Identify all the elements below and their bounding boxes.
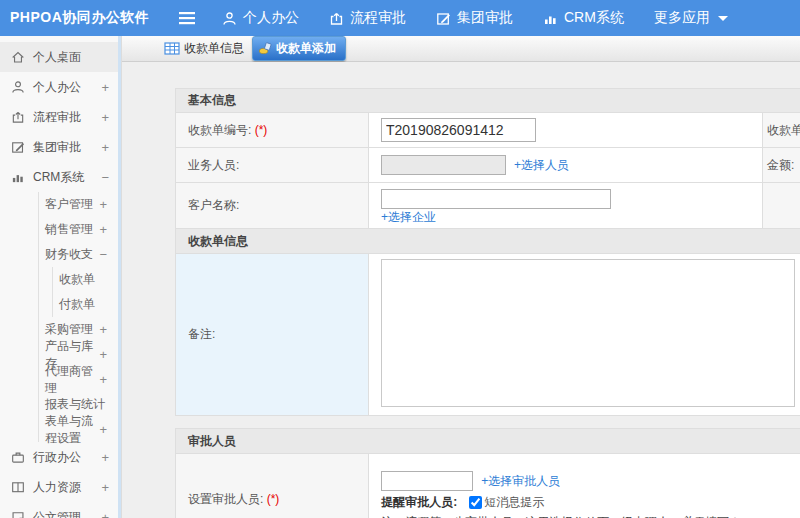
sales-person-input[interactable]	[381, 155, 506, 175]
flow-approval-icon	[11, 110, 25, 124]
nav-personal-office[interactable]: 个人办公	[222, 9, 299, 27]
nav-label: 更多应用	[654, 9, 710, 27]
top-bar: PHPOA协同办公软件 个人办公 流程审批 集团审批 CRM系统 更多应用	[0, 0, 800, 36]
expand-indicator[interactable]: +	[99, 372, 107, 387]
document-icon	[11, 510, 25, 518]
expand-indicator[interactable]: +	[99, 322, 107, 337]
caret-down-icon	[718, 16, 728, 21]
remind-approver-label: 提醒审批人员:	[381, 494, 457, 511]
nav-label: 流程审批	[350, 9, 406, 27]
sms-remind-checkbox[interactable]	[469, 496, 482, 509]
sidebar-item-form-flow-settings[interactable]: 表单与流程设置 +	[39, 417, 121, 442]
nav-label: 集团审批	[457, 9, 513, 27]
remark-label: 备注:	[176, 254, 369, 416]
nav-label: 个人办公	[243, 9, 299, 27]
expand-indicator[interactable]: +	[101, 510, 109, 518]
empty-cell	[763, 183, 800, 229]
sidebar-item-label: 收款单	[59, 271, 95, 288]
sidebar: 个人桌面 个人办公 + 流程审批 + 集团审批 + CRM系统 − 客户管理 +…	[0, 36, 122, 518]
sidebar-item-hr[interactable]: 人力资源 +	[0, 472, 121, 502]
briefcase-icon	[11, 450, 25, 464]
receipt-form-table: 基本信息 收款单编号: (*) 收款单日期: 业务人员: +选择人员 金额: 客	[175, 88, 800, 416]
sidebar-item-label: 代理商管理	[45, 363, 99, 397]
receipt-no-label: 收款单编号: (*)	[176, 113, 369, 148]
sidebar-item-desktop[interactable]: 个人桌面	[0, 42, 121, 72]
tab-bar: 收款单信息 收款单添加	[122, 36, 800, 62]
nav-more-apps[interactable]: 更多应用	[654, 9, 728, 27]
top-nav: 个人办公 流程审批 集团审批 CRM系统 更多应用	[222, 9, 758, 27]
section-header-approver: 审批人员	[176, 429, 800, 454]
set-approver-cell: +选择审批人员 提醒审批人员: 短消息提示 注：流程第一步审批人员，这里选择你的…	[369, 454, 800, 518]
expand-indicator[interactable]: +	[101, 450, 109, 465]
sidebar-item-label: 表单与流程设置	[45, 413, 99, 447]
bar-chart-icon	[11, 170, 25, 184]
sidebar-item-group-approval[interactable]: 集团审批 +	[0, 132, 121, 162]
main-content: 基本信息 收款单编号: (*) 收款单日期: 业务人员: +选择人员 金额: 客	[122, 62, 800, 518]
collapse-indicator[interactable]: −	[101, 170, 109, 185]
approver-input[interactable]	[381, 471, 473, 491]
expand-indicator[interactable]: +	[99, 347, 107, 362]
bar-chart-icon	[543, 11, 558, 26]
expand-indicator[interactable]: +	[101, 110, 109, 125]
set-approver-label: 设置审批人员: (*)	[176, 454, 369, 518]
sidebar-item-label: 个人办公	[33, 79, 81, 96]
section-header-basic-info: 基本信息	[176, 89, 800, 113]
sidebar-item-label: 采购管理	[45, 321, 93, 338]
expand-indicator[interactable]: +	[99, 222, 107, 237]
amount-label: 金额:	[763, 148, 800, 183]
expand-indicator[interactable]: +	[99, 197, 107, 212]
sidebar-item-receipt[interactable]: 收款单	[53, 267, 121, 292]
sidebar-item-label: 销售管理	[45, 221, 93, 238]
receipt-no-cell	[369, 113, 763, 148]
tab-receipt-add-active[interactable]: 收款单添加	[252, 36, 346, 61]
sidebar-item-label: 行政办公	[33, 449, 81, 466]
tab-receipt-info[interactable]: 收款单信息	[164, 40, 244, 57]
sidebar-item-flow-approval[interactable]: 流程审批 +	[0, 102, 121, 132]
sidebar-item-agent-mgmt[interactable]: 代理商管理 +	[39, 367, 121, 392]
sidebar-item-label: 集团审批	[33, 139, 81, 156]
sidebar-item-personal-office[interactable]: 个人办公 +	[0, 72, 121, 102]
remark-textarea[interactable]	[381, 259, 795, 407]
flow-approval-icon	[329, 11, 344, 26]
nav-crm-system[interactable]: CRM系统	[543, 9, 624, 27]
expand-indicator[interactable]: +	[101, 480, 109, 495]
approver-note: 注：流程第一步审批人员，这里选择你的下一级办理人，必需填写！	[381, 514, 800, 518]
select-person-link[interactable]: +选择人员	[514, 157, 569, 174]
sidebar-item-admin-office[interactable]: 行政办公 +	[0, 442, 121, 472]
hamburger-icon[interactable]	[178, 11, 196, 25]
sidebar-item-sales-mgmt[interactable]: 销售管理 +	[39, 217, 121, 242]
receipt-add-icon	[259, 42, 272, 55]
tab-label: 收款单添加	[276, 40, 336, 57]
sales-person-cell: +选择人员	[369, 148, 763, 183]
tab-label: 收款单信息	[184, 40, 244, 57]
sidebar-item-label: 报表与统计	[45, 396, 105, 413]
select-approver-link[interactable]: +选择审批人员	[481, 473, 560, 490]
expand-indicator[interactable]: +	[101, 140, 109, 155]
customer-name-label: 客户名称:	[176, 183, 369, 229]
customer-name-cell: +选择企业	[369, 183, 763, 229]
sidebar-item-customer-mgmt[interactable]: 客户管理 +	[39, 192, 121, 217]
select-company-link[interactable]: +选择企业	[381, 210, 436, 224]
nav-flow-approval[interactable]: 流程审批	[329, 9, 406, 27]
customer-name-input[interactable]	[381, 189, 611, 209]
edit-square-icon	[11, 140, 25, 154]
sidebar-item-document-mgmt[interactable]: 公文管理 +	[0, 502, 121, 518]
expand-indicator[interactable]: +	[99, 422, 107, 437]
sidebar-item-finance[interactable]: 财务收支 −	[39, 242, 121, 267]
sidebar-item-label: 个人桌面	[33, 49, 81, 66]
expand-indicator[interactable]: +	[101, 80, 109, 95]
collapse-indicator[interactable]: −	[99, 247, 107, 262]
sidebar-item-label: 客户管理	[45, 196, 93, 213]
sidebar-item-payment[interactable]: 付款单	[53, 292, 121, 317]
crm-submenu: 客户管理 + 销售管理 + 财务收支 − 收款单 付款单 采购管理 + 产品与库…	[38, 192, 121, 442]
sidebar-item-label: 公文管理	[33, 509, 81, 518]
sidebar-scrollbar[interactable]	[118, 36, 121, 518]
nav-group-approval[interactable]: 集团审批	[436, 9, 513, 27]
section-header-receipt-info: 收款单信息	[176, 229, 800, 254]
receipt-no-input[interactable]	[381, 118, 536, 142]
sidebar-item-label: 人力资源	[33, 479, 81, 496]
remark-cell	[369, 254, 800, 416]
home-icon	[11, 50, 25, 64]
finance-submenu: 收款单 付款单	[52, 267, 121, 317]
sidebar-item-crm[interactable]: CRM系统 −	[0, 162, 121, 192]
